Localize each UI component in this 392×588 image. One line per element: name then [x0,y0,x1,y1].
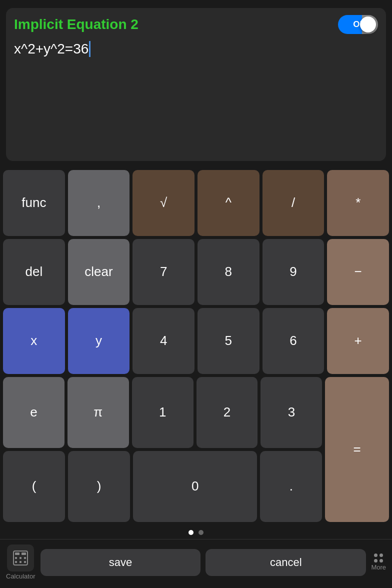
svg-rect-8 [24,561,26,563]
svg-rect-3 [15,557,17,559]
equation-value: x^2+y^2=36 [14,41,88,57]
equation-area: Implicit Equation 2 ON x^2+y^2=36 [6,8,386,161]
sqrt-key[interactable]: √ [132,170,194,236]
zero-key[interactable]: 0 [133,451,257,522]
multiply-key[interactable]: * [327,170,389,236]
clear-key[interactable]: clear [68,239,130,305]
close-paren-key[interactable]: ) [68,451,130,522]
power-key[interactable]: ^ [198,170,260,236]
key-row-4: e π 1 2 3 [3,377,322,448]
seven-key[interactable]: 7 [132,239,194,305]
svg-rect-5 [24,557,26,559]
e-key[interactable]: e [3,377,64,448]
svg-rect-1 [15,552,20,555]
more-label: More [371,564,386,571]
dot-1 [374,554,378,557]
calculator-label: Calculator [6,572,36,580]
y-key[interactable]: y [68,308,130,374]
key-row-3: x y 4 5 6 + [3,308,389,374]
dots-row-1 [374,554,383,557]
three-key[interactable]: 3 [260,377,322,448]
svg-rect-4 [20,557,22,559]
key-cols-left: e π 1 2 3 ( ) 0 . [3,377,322,522]
nine-key[interactable]: 9 [262,239,324,305]
cancel-button[interactable]: cancel [206,549,366,576]
save-button[interactable]: save [40,549,201,576]
one-key[interactable]: 1 [132,377,194,448]
del-key[interactable]: del [3,239,65,305]
toggle-knob [360,16,376,32]
x-key[interactable]: x [3,308,65,374]
key-rows-4-5-wrapper: e π 1 2 3 ( ) 0 . = [3,377,389,522]
pi-key[interactable]: π [68,377,129,448]
on-off-toggle[interactable]: ON [338,15,378,34]
calculator-icon [7,544,34,572]
key-row-2: del clear 7 8 9 − [3,239,389,305]
more-dots-icon [374,554,383,562]
key-row-5: ( ) 0 . [3,451,322,522]
equation-header: Implicit Equation 2 ON [14,15,378,34]
func-key[interactable]: func [3,170,65,236]
dot-3 [374,559,378,562]
plus-key[interactable]: + [327,308,389,374]
page-indicator [0,525,392,539]
dots-row-2 [374,559,383,562]
calc-svg [12,550,28,566]
six-key[interactable]: 6 [262,308,324,374]
divide-key[interactable]: / [262,170,324,236]
key-row-1: func , √ ^ / * [3,170,389,236]
open-paren-key[interactable]: ( [3,451,65,522]
comma-key[interactable]: , [68,170,130,236]
calculator-icon-wrap: Calculator [6,544,36,580]
bottom-bar: Calculator save cancel More [0,539,392,588]
eight-key[interactable]: 8 [198,239,260,305]
equation-display: x^2+y^2=36 [14,41,378,57]
more-icon-wrap[interactable]: More [371,554,386,571]
page-dot-2 [198,530,204,535]
four-key[interactable]: 4 [132,308,194,374]
equation-title: Implicit Equation 2 [14,16,138,32]
text-cursor [89,41,90,57]
svg-rect-6 [15,561,17,563]
svg-rect-2 [22,552,26,555]
equation-input[interactable]: x^2+y^2=36 [14,41,378,151]
svg-rect-7 [20,561,22,563]
five-key[interactable]: 5 [198,308,260,374]
equals-key[interactable]: = [325,377,389,522]
minus-key[interactable]: − [327,239,389,305]
toggle-container[interactable]: ON [338,15,378,34]
decimal-key[interactable]: . [260,451,322,522]
dot-2 [380,554,383,557]
page-dot-1 [188,530,194,535]
keyboard-area: func , √ ^ / * del clear 7 8 9 − x y 4 5… [0,166,392,525]
dot-4 [380,559,383,562]
two-key[interactable]: 2 [196,377,258,448]
